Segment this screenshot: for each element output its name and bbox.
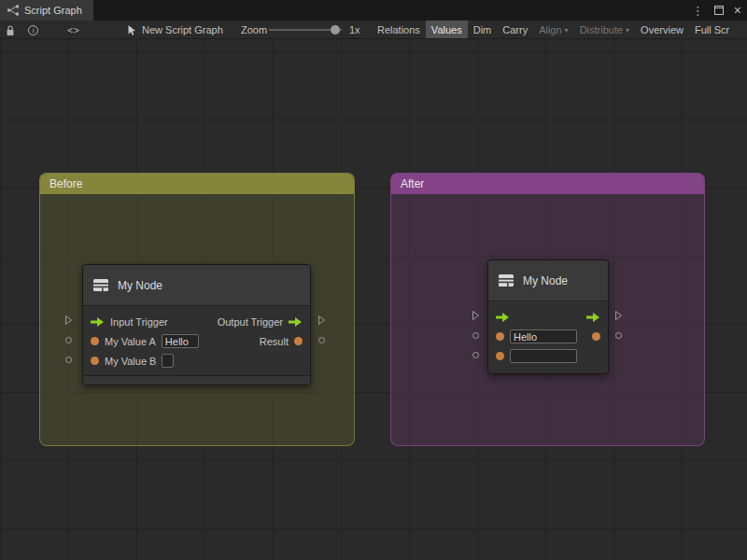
input-trigger-port[interactable] <box>472 310 480 321</box>
relations-button[interactable]: Relations <box>372 21 426 39</box>
group-before-header[interactable]: Before <box>40 174 354 194</box>
zoom-value: 1x <box>349 21 360 39</box>
node-footer <box>83 375 310 385</box>
value-b-field[interactable] <box>510 349 577 363</box>
value-b-dot-icon[interactable] <box>91 357 99 365</box>
distribute-button[interactable]: Distribute ▾ <box>574 21 635 39</box>
value-b-dot-icon[interactable] <box>496 352 504 360</box>
value-a-field[interactable] <box>510 329 577 343</box>
fullscreen-button[interactable]: Full Scr <box>689 21 735 39</box>
zoom-slider[interactable] <box>269 21 342 39</box>
graph-icon <box>7 5 19 16</box>
value-b-port[interactable] <box>472 352 479 358</box>
tab-script-graph[interactable]: Script Graph <box>0 0 93 21</box>
values-button[interactable]: Values <box>426 21 468 39</box>
result-port[interactable] <box>318 337 325 343</box>
value-b-field[interactable] <box>162 354 174 368</box>
value-a-dot-icon[interactable] <box>496 332 504 341</box>
graph-toolbar: i <> New Script Graph Zoom 1x Relations … <box>0 21 747 39</box>
node-header[interactable]: My Node <box>488 260 608 301</box>
tab-bar: Script Graph ⋮ × <box>0 0 747 21</box>
input-trigger-label: Input Trigger <box>110 316 168 328</box>
result-port[interactable] <box>615 332 622 339</box>
align-button[interactable]: Align ▾ <box>533 21 573 39</box>
value-b-row <box>488 346 608 366</box>
trigger-out-icon[interactable] <box>586 313 600 322</box>
kebab-menu-icon[interactable]: ⋮ <box>692 4 704 18</box>
result-dot-icon[interactable] <box>294 337 303 345</box>
result-label: Result <box>260 336 289 347</box>
value-a-field[interactable] <box>162 334 199 348</box>
distribute-label: Distribute <box>580 24 623 35</box>
close-icon[interactable]: × <box>734 4 741 17</box>
pointer-icon <box>127 21 136 39</box>
align-label: Align <box>539 24 561 35</box>
group-after-label: After <box>401 177 424 190</box>
info-icon[interactable]: i <box>28 21 38 39</box>
node-my-node-before[interactable]: My Node Input Trigger Output Trigger <box>82 264 311 385</box>
graph-name-breadcrumb[interactable]: New Script Graph <box>142 21 223 39</box>
group-before-label: Before <box>49 177 82 190</box>
trigger-in-icon[interactable] <box>91 317 105 327</box>
node-icon <box>498 273 514 289</box>
output-trigger-label: Output Trigger <box>218 316 283 328</box>
trigger-in-icon[interactable] <box>496 313 510 322</box>
zoom-label: Zoom <box>241 21 267 39</box>
trigger-row <box>488 307 608 327</box>
input-trigger-port[interactable] <box>64 315 73 326</box>
trigger-row: Input Trigger Output Trigger <box>83 312 310 331</box>
tab-title: Script Graph <box>24 5 82 16</box>
toolbar-buttons: Relations Values Dim Carry Align ▾ Distr… <box>372 21 735 39</box>
value-a-row <box>488 327 608 346</box>
result-dot-icon[interactable] <box>592 332 600 341</box>
zoom-slider-knob[interactable] <box>331 25 340 35</box>
maximize-icon[interactable] <box>714 6 724 15</box>
node-title: My Node <box>523 274 568 287</box>
graph-canvas[interactable]: Before After <box>0 39 747 560</box>
dim-button[interactable]: Dim <box>468 21 498 39</box>
value-b-row: My Value B <box>83 351 310 371</box>
group-after-header[interactable]: After <box>391 174 704 194</box>
code-icon[interactable]: <> <box>67 21 80 39</box>
node-body <box>488 301 608 373</box>
chevron-down-icon: ▾ <box>565 26 569 35</box>
value-b-port[interactable] <box>65 357 72 363</box>
value-a-port[interactable] <box>65 337 72 343</box>
value-a-port[interactable] <box>472 332 479 339</box>
node-header[interactable]: My Node <box>83 265 310 306</box>
value-b-label: My Value B <box>105 356 156 367</box>
lock-icon[interactable] <box>6 21 15 39</box>
script-graph-window: Script Graph ⋮ × i <> New Script <box>0 0 747 560</box>
output-trigger-port[interactable] <box>614 310 623 321</box>
node-body: Input Trigger Output Trigger My Value A <box>83 306 310 372</box>
value-a-row: My Value A Result <box>83 331 310 351</box>
node-title: My Node <box>118 279 162 292</box>
overview-button[interactable]: Overview <box>635 21 689 39</box>
trigger-out-icon[interactable] <box>289 317 303 327</box>
carry-button[interactable]: Carry <box>497 21 533 39</box>
chevron-down-icon: ▾ <box>626 26 629 35</box>
value-a-dot-icon[interactable] <box>91 337 99 345</box>
window-controls: ⋮ × <box>692 0 741 21</box>
value-a-label: My Value A <box>105 336 156 347</box>
node-my-node-after[interactable]: My Node <box>487 259 609 374</box>
output-trigger-port[interactable] <box>317 315 326 326</box>
node-icon <box>92 277 109 294</box>
